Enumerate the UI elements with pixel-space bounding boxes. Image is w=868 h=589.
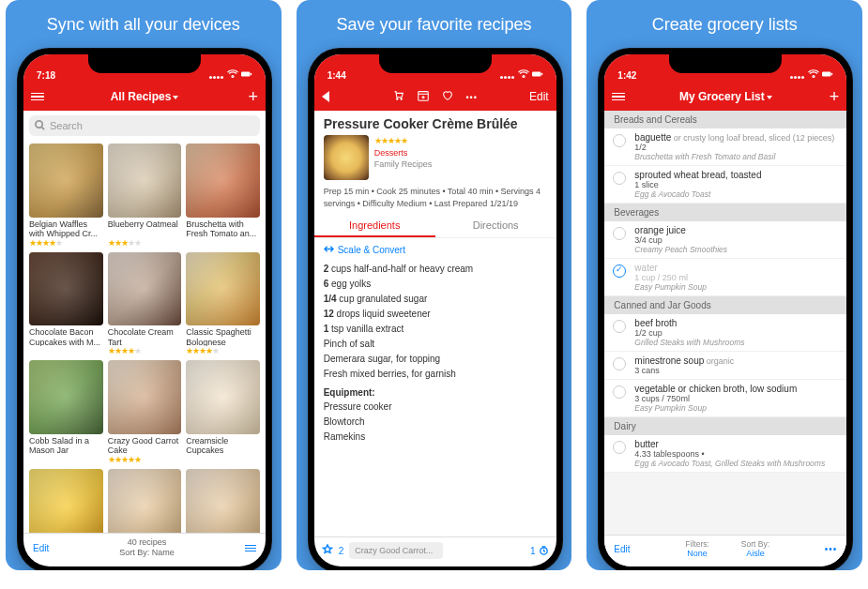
- timer-icon[interactable]: [539, 545, 549, 557]
- recipe-card-title: Belgian Waffles with Whipped Cr...: [29, 219, 103, 238]
- nav-title-3[interactable]: My Grocery List: [679, 90, 772, 103]
- recipe-card-title: Cobb Salad in a Mason Jar: [29, 436, 103, 455]
- scale-convert-button[interactable]: Scale & Convert: [324, 238, 547, 262]
- add-button[interactable]: +: [830, 87, 840, 107]
- svg-point-2: [36, 120, 42, 127]
- tab-ingredients[interactable]: Ingredients: [314, 215, 435, 237]
- grocery-item-name: sprouted wheat bread, toasted: [634, 170, 837, 180]
- checkbox-icon[interactable]: [613, 227, 626, 240]
- grocery-item[interactable]: butter4.33 tablespoons •Egg & Avocado To…: [604, 435, 846, 473]
- checkbox-icon[interactable]: [613, 385, 626, 399]
- more-icon[interactable]: [825, 544, 838, 554]
- svg-rect-9: [822, 71, 830, 76]
- search-input[interactable]: Search: [29, 115, 260, 136]
- ingredient-item[interactable]: Fresh mixed berries, for garnish: [324, 367, 547, 382]
- checkbox-icon[interactable]: [613, 320, 626, 333]
- checkbox-icon[interactable]: [613, 264, 626, 278]
- grocery-item-source: Easy Pumpkin Soup: [634, 282, 837, 292]
- checkbox-icon[interactable]: [613, 441, 626, 454]
- panel-title-3: Create grocery lists: [598, 15, 851, 35]
- status-time-3: 1:42: [617, 70, 636, 81]
- grocery-item-name: minestrone soup organic: [634, 355, 837, 366]
- recipe-category[interactable]: Desserts: [374, 147, 433, 159]
- nav-title-1[interactable]: All Recipes: [111, 90, 179, 103]
- ingredient-item[interactable]: 1/4 cup granulated sugar: [324, 292, 547, 307]
- more-icon[interactable]: [465, 90, 477, 103]
- bottom-bar-3: Edit Filters:None Sort By:Aisle: [604, 535, 846, 566]
- bottom-bar-2: 2 Crazy Good Carrot... 1: [314, 536, 556, 566]
- recipe-thumb: [186, 469, 260, 533]
- ingredient-item[interactable]: 2 cups half-and-half or heavy cream: [324, 262, 547, 277]
- grocery-item-name: butter: [634, 439, 837, 449]
- edit-button-1[interactable]: Edit: [33, 543, 49, 553]
- pin-icon[interactable]: [322, 544, 333, 557]
- recipe-card[interactable]: Chocolate Bacon Cupcakes with M...: [29, 252, 103, 356]
- ingredient-item[interactable]: 6 egg yolks: [324, 277, 547, 292]
- svg-rect-4: [541, 73, 542, 76]
- grocery-section-header: Breads and Cereals: [604, 111, 846, 128]
- bottom-bar-1: Edit 40 recipes Sort By: Name: [23, 533, 266, 566]
- ingredient-item[interactable]: 1 tsp vanilla extract: [324, 322, 547, 337]
- recipe-card[interactable]: Creamsicle Cupcakes: [186, 360, 260, 464]
- grocery-item[interactable]: vegetable or chicken broth, low sodium3 …: [604, 380, 846, 417]
- recipe-count: 40 recipes: [49, 537, 245, 549]
- recipe-card[interactable]: Bruschetta with Fresh Tomato an...: [186, 143, 260, 248]
- recipe-card[interactable]: Belgian Waffles with Whipped Cr...★★★★★: [29, 143, 103, 248]
- grocery-item-source: Egg & Avocado Toast: [634, 189, 837, 199]
- recipe-thumb: [186, 143, 260, 218]
- grocery-item[interactable]: beef broth1/2 cupGrilled Steaks with Mus…: [604, 314, 846, 352]
- notch-2: [379, 54, 492, 73]
- tab-directions[interactable]: Directions: [435, 215, 556, 237]
- edit-button-3[interactable]: Edit: [614, 544, 630, 554]
- battery-icon: [241, 69, 252, 81]
- recipe-card-stars: ★★★★★: [108, 455, 182, 464]
- checkbox-icon[interactable]: [613, 357, 626, 370]
- recipe-card[interactable]: Classic Spaghetti Bolognese★★★★★: [186, 252, 260, 356]
- recipe-card[interactable]: Crazy Good Carrot Cake★★★★★: [108, 360, 182, 464]
- heart-icon[interactable]: [441, 89, 454, 105]
- menu-icon[interactable]: [612, 93, 625, 101]
- search-icon: [35, 120, 45, 132]
- edit-button-2[interactable]: Edit: [529, 90, 549, 103]
- ingredient-item[interactable]: Demerara sugar, for topping: [324, 352, 547, 367]
- grocery-item[interactable]: minestrone soup organic3 cans: [604, 352, 846, 380]
- recipe-card-title: Chocolate Cream Tart: [108, 327, 182, 346]
- svg-rect-0: [241, 71, 250, 76]
- grocery-item-source: Bruschetta with Fresh Tomato and Basil: [634, 152, 837, 161]
- recipe-card[interactable]: Cobb Salad in a Mason Jar: [29, 360, 103, 464]
- panel-title-1: Sync with all your devices: [17, 15, 270, 35]
- recipe-card-title: Chocolate Bacon Cupcakes with M...: [29, 327, 103, 346]
- wifi-icon: [808, 69, 819, 81]
- cart-icon[interactable]: [392, 89, 405, 105]
- grocery-item-qty: 3 cans: [634, 366, 837, 375]
- checkbox-icon[interactable]: [613, 172, 626, 185]
- grocery-item[interactable]: water1 cup / 250 mlEasy Pumpkin Soup: [604, 259, 846, 296]
- panel-title-2: Save your favorite recipes: [308, 15, 561, 35]
- sort-label[interactable]: Sort By: Name: [49, 548, 245, 559]
- checkbox-icon[interactable]: [613, 134, 626, 147]
- recipe-stars[interactable]: ★★★★★: [374, 135, 433, 147]
- add-button[interactable]: +: [248, 87, 258, 107]
- filters-button[interactable]: Filters:None: [685, 539, 709, 559]
- ingredient-item[interactable]: Pinch of salt: [324, 337, 547, 352]
- recipe-card[interactable]: Blueberry Oatmeal★★★★★: [108, 143, 182, 248]
- grocery-item[interactable]: orange juice3/4 cupCreamy Peach Smoothie…: [604, 221, 846, 259]
- next-recipe-pill[interactable]: Crazy Good Carrot...: [349, 542, 443, 559]
- list-view-icon[interactable]: [245, 545, 256, 552]
- sort-button[interactable]: Sort By:Aisle: [741, 539, 769, 559]
- battery-icon: [532, 69, 543, 81]
- grocery-item-name: water: [634, 263, 837, 273]
- scale-icon: [324, 244, 334, 256]
- back-icon[interactable]: [322, 91, 329, 102]
- recipe-thumb: [29, 360, 103, 434]
- recipe-card[interactable]: Chocolate Cream Tart★★★★★: [108, 252, 182, 356]
- grocery-item[interactable]: sprouted wheat bread, toasted1 sliceEgg …: [604, 166, 846, 204]
- menu-icon[interactable]: [31, 93, 44, 101]
- grocery-item[interactable]: baguette or crusty long loaf bread, slic…: [604, 128, 846, 166]
- calendar-icon[interactable]: [417, 89, 430, 105]
- ingredient-item[interactable]: 12 drops liquid sweetener: [324, 307, 547, 322]
- recipe-source[interactable]: Family Recipes: [374, 159, 433, 171]
- recipe-thumb: [29, 252, 103, 326]
- recipe-card-stars: ★★★★★: [108, 238, 182, 248]
- phone-frame-3: 1:42 My Grocery List + Breads and Cereal…: [598, 48, 853, 570]
